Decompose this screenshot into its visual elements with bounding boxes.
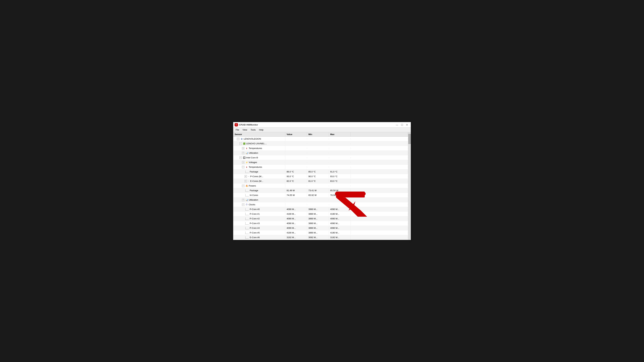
main-panel: Sensor Value Min Max 🖥 LENOVOLEGION (233, 132, 408, 240)
table-row: P-Core #0 4090 M... 3990 M... 4090 M... (233, 207, 408, 212)
table-row: 🔲 Intel Core i9 (233, 155, 408, 160)
temp-icon: 🌡 (245, 166, 248, 168)
sensor-cell: P-Core #4 (233, 226, 285, 230)
expand-pcores[interactable] (244, 175, 247, 178)
value-cell (285, 138, 307, 140)
extra-cell (351, 138, 408, 140)
header-min: Min (307, 132, 329, 136)
expand-lenovolegion[interactable] (237, 138, 239, 140)
temp-icon: 🌡 (245, 147, 248, 150)
cpu-icon: 🔲 (243, 156, 246, 159)
sensor-cell: 🖥 LENOVOLEGION (233, 137, 285, 141)
table-row: E-Core #6 3192 M... 3092 M... 3192 M... (233, 235, 408, 240)
sensor-label: E-Core #6 (250, 236, 260, 239)
sensor-label: P-Core #0 (250, 208, 260, 211)
title-bar-left: C CPUID HWMonitor (234, 123, 258, 126)
menu-help[interactable]: Help (257, 128, 265, 132)
menu-bar: File View Tools Help (233, 128, 411, 132)
table-row: 🖥 LENOVOLEGION (233, 137, 408, 141)
ia-cores-min: 65.92 W (307, 193, 329, 197)
table-row: 📊 Utilization (233, 151, 408, 155)
sensor-label: P-Cores (M... (250, 175, 263, 178)
util-icon: 📊 (245, 152, 248, 154)
sensor-label: LENOVOLEGION (244, 138, 261, 140)
tree-area[interactable]: 🖥 LENOVOLEGION 🟩 (233, 137, 408, 240)
value-cell: 82.0 °C (285, 179, 307, 183)
table-row: 🌡 Temperatures (233, 146, 408, 151)
ia-cores-row: IA Cores 74.05 W 65.92 W 78.08 W (233, 193, 408, 198)
expand-temp1[interactable] (242, 147, 244, 149)
sensor-cell: E-Cores (M... (233, 179, 285, 183)
expand-volt[interactable] (242, 161, 244, 164)
table-row: P-Core #5 4190 M... 3890 M... 4190 M... (233, 230, 408, 235)
window-controls: — ☐ ✕ (394, 123, 410, 127)
expand-clocks[interactable] (242, 203, 244, 206)
menu-view[interactable]: View (241, 128, 249, 132)
sensor-cell: 📊 Utilization (233, 198, 285, 202)
expand-i9[interactable] (240, 157, 242, 159)
app-icon: C (234, 123, 238, 126)
expand-util2[interactable] (242, 199, 244, 201)
maximize-button[interactable]: ☐ (400, 123, 404, 127)
table-row: P-Core #4 4090 M... 3890 M... 4090 M... (233, 226, 408, 230)
min-cell: 85.0 °C (307, 170, 329, 174)
max-cell: 85.50 W (329, 189, 351, 192)
sensor-cell: P-Core #3 (233, 221, 285, 225)
sensor-label: Voltages (249, 161, 257, 164)
sensor-label: Powers (249, 185, 256, 187)
sensor-cell: 📊 Utilization (233, 151, 285, 155)
sensor-label: P-Core #5 (250, 231, 260, 234)
sensor-label: Clocks (249, 203, 255, 206)
sensor-label: E-Cores (M... (250, 180, 263, 182)
util-icon: 📊 (245, 199, 248, 201)
max-cell: 83.0 °C (329, 179, 351, 183)
clock-icon: ⏱ (245, 203, 248, 206)
sensor-cell: P-Core #5 (233, 231, 285, 235)
menu-file[interactable]: File (234, 128, 241, 132)
sensor-cell: IA Cores (233, 193, 285, 197)
table-row: 🟩 LENOVO LNVNB1.... (233, 141, 408, 146)
table-row: Package 81.49 W 73.41 W 85.50 W (233, 188, 408, 193)
sensor-label: Utilization (249, 152, 258, 154)
sensor-cell: E-Core #6 (233, 236, 285, 239)
table-row: 🔥 Powers (233, 184, 408, 188)
expand-lenovo[interactable] (240, 142, 242, 145)
sensor-label: P-Core #1 (250, 213, 260, 215)
header-extra (351, 132, 408, 136)
board-icon: 🟩 (243, 142, 246, 145)
table-row: P-Core #1 4190 M... 3890 M... 4190 M... (233, 212, 408, 216)
close-button[interactable]: ✕ (405, 123, 410, 127)
sensor-cell: 🔥 Powers (233, 184, 285, 188)
sensor-cell: Package (233, 189, 285, 192)
sensor-cell: 🌡 Temperatures (233, 146, 285, 150)
content-area: Sensor Value Min Max 🖥 LENOVOLEGION (233, 132, 411, 240)
sensor-label: Utilization (249, 199, 258, 201)
sensor-cell: ⚡ Voltages (233, 160, 285, 164)
sensor-label: LENOVO LNVNB1.... (246, 142, 267, 145)
ia-cores-label: IA Cores (250, 194, 258, 196)
sensor-label: P-Core #4 (250, 227, 260, 229)
expand-util1[interactable] (242, 152, 244, 154)
expand-ecores[interactable] (244, 180, 247, 182)
expand-temp2[interactable] (242, 166, 244, 168)
header-max: Max (329, 132, 351, 136)
title-bar: C CPUID HWMonitor — ☐ ✕ (233, 122, 411, 128)
table-row: 📊 Utilization (233, 198, 408, 202)
value-cell: 86.0 °C (285, 170, 307, 174)
sensor-label: Package (250, 189, 258, 192)
menu-tools[interactable]: Tools (249, 128, 257, 132)
min-cell: 90.0 °C (307, 174, 329, 178)
scrollbar-thumb[interactable] (408, 134, 411, 144)
table-row: ⏱ Clocks (233, 202, 408, 207)
expand-powers[interactable] (242, 185, 244, 187)
minimize-button[interactable]: — (394, 123, 399, 127)
voltage-icon: ⚡ (245, 161, 248, 164)
sensor-label: Temperatures (249, 166, 262, 168)
table-row: P-Core #3 4090 M... 3890 M... 4090 M... (233, 221, 408, 226)
sensor-cell: P-Cores (M... (233, 174, 285, 178)
sensor-label: Temperatures (249, 147, 262, 149)
table-row: 🌡 Temperatures (233, 165, 408, 169)
scrollbar[interactable] (408, 132, 411, 240)
sensor-cell: P-Core #1 (233, 212, 285, 216)
hwmonitor-window: C CPUID HWMonitor — ☐ ✕ File View Tools … (233, 122, 411, 240)
